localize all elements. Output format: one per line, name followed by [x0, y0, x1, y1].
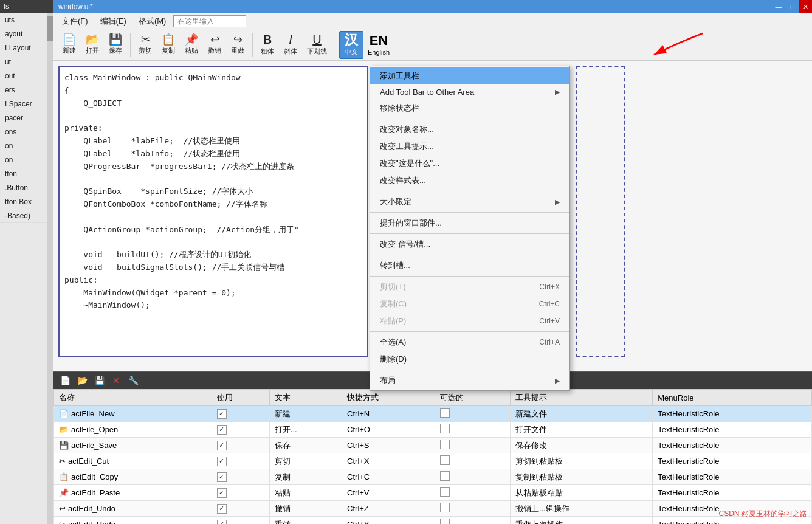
table-row[interactable]: ✂actEdit_Cut✓剪切Ctrl+X剪切到粘贴板TextHeuristic…: [54, 453, 812, 469]
menu-search-input[interactable]: [173, 15, 246, 27]
optional-checkbox[interactable]: [440, 455, 450, 465]
toolbar-lang-en-button[interactable]: EN English: [365, 31, 393, 59]
use-checkbox[interactable]: ✓: [217, 409, 227, 419]
context-menu-item[interactable]: 提升的窗口部件...: [370, 215, 569, 232]
sidebar-item[interactable]: ons: [0, 125, 53, 139]
toolbar-underline-button[interactable]: U 下划线: [303, 31, 331, 59]
actions-table-container[interactable]: 名称 使用 文本 快捷方式 可选的 工具提示 MenuRole 📄actFile…: [53, 389, 812, 524]
context-menu-item[interactable]: 移除状态栏: [370, 100, 569, 117]
table-cell-use[interactable]: ✓: [212, 517, 269, 525]
sidebar-item[interactable]: I Spacer: [0, 97, 53, 111]
sidebar-item[interactable]: -Based): [0, 209, 53, 223]
context-menu-item[interactable]: 改变样式表...: [370, 172, 569, 189]
use-checkbox[interactable]: ✓: [217, 472, 227, 482]
sidebar-item[interactable]: on: [0, 139, 53, 153]
optional-checkbox[interactable]: [440, 503, 450, 512]
toolbar-save-button[interactable]: 💾 保存: [105, 31, 126, 59]
maximize-button[interactable]: □: [785, 0, 799, 13]
close-button[interactable]: ✕: [799, 0, 812, 13]
table-cell-optional[interactable]: [435, 438, 510, 453]
table-cell-optional[interactable]: [435, 517, 510, 525]
sidebar-item[interactable]: ayout: [0, 27, 53, 41]
table-cell-optional[interactable]: [435, 406, 510, 422]
toolbar-lang-zh-button[interactable]: 汉 中文: [339, 31, 363, 59]
use-checkbox[interactable]: ✓: [217, 441, 227, 450]
sidebar-item[interactable]: uts: [0, 13, 53, 27]
bottom-btn-2[interactable]: 📂: [75, 374, 89, 387]
context-menu-item[interactable]: 转到槽...: [370, 257, 569, 274]
sidebar-item[interactable]: tton Box: [0, 195, 53, 209]
table-cell-use[interactable]: ✓: [212, 453, 269, 469]
table-cell-optional[interactable]: [435, 469, 510, 485]
toolbar-italic-button[interactable]: I 斜体: [280, 31, 301, 59]
optional-checkbox[interactable]: [440, 519, 450, 524]
table-cell-use[interactable]: ✓: [212, 485, 269, 501]
bottom-btn-1[interactable]: 📄: [58, 374, 72, 387]
toolbar-paste-button[interactable]: 📌 粘贴: [181, 31, 202, 59]
table-cell-optional[interactable]: [435, 453, 510, 469]
context-menu-item[interactable]: 添加工具栏: [370, 67, 569, 84]
toolbar-new-button[interactable]: 📄 新建: [58, 31, 80, 59]
sidebar-item[interactable]: pacer: [0, 111, 53, 125]
context-menu-item[interactable]: 改变对象名称...: [370, 121, 569, 138]
table-cell-optional[interactable]: [435, 501, 510, 517]
toolbar-copy-button[interactable]: 📋 复制: [157, 31, 179, 59]
menu-edit[interactable]: 编辑(E): [95, 14, 131, 29]
use-checkbox[interactable]: ✓: [217, 425, 227, 435]
context-menu-item[interactable]: 删除(D): [370, 351, 569, 368]
context-menu-item[interactable]: 大小限定▶: [370, 193, 569, 210]
code-editor[interactable]: class MainWindow : public QMainWindow{ Q…: [58, 66, 368, 357]
table-cell-use[interactable]: ✓: [212, 422, 269, 438]
toolbar-redo-label: 重做: [231, 46, 244, 55]
sidebar-item[interactable]: on: [0, 153, 53, 167]
context-menu-item[interactable]: 全选(A)Ctrl+A: [370, 334, 569, 351]
optional-checkbox[interactable]: [440, 471, 450, 481]
table-cell-optional[interactable]: [435, 422, 510, 438]
sidebar-item[interactable]: ers: [0, 83, 53, 97]
toolbar-cut-button[interactable]: ✂ 剪切: [134, 31, 156, 59]
table-row[interactable]: 📂actFile_Open✓打开...Ctrl+O打开文件TextHeurist…: [54, 422, 812, 438]
table-row[interactable]: ↪actEdit_Redo✓重做Ctrl+Y重做上次操作TextHeuristi…: [54, 517, 812, 525]
use-checkbox[interactable]: ✓: [217, 504, 227, 514]
optional-checkbox[interactable]: [440, 424, 450, 433]
minimize-button[interactable]: —: [772, 0, 785, 13]
table-row[interactable]: 📌actEdit_Paste✓粘贴Ctrl+V从粘贴板粘贴TextHeurist…: [54, 485, 812, 501]
table-row[interactable]: 📋actEdit_Copy✓复制Ctrl+C复制到粘贴板TextHeuristi…: [54, 469, 812, 485]
menu-format[interactable]: 格式(M): [134, 14, 171, 29]
context-menu-item[interactable]: 改变工具提示...: [370, 138, 569, 155]
bottom-btn-3[interactable]: 💾: [92, 374, 106, 387]
context-menu-item[interactable]: 改变"这是什么"...: [370, 155, 569, 172]
optional-checkbox[interactable]: [440, 440, 450, 449]
sidebar-item[interactable]: .Button: [0, 181, 53, 195]
table-cell-use[interactable]: ✓: [212, 501, 269, 517]
bottom-btn-5[interactable]: 🔧: [126, 374, 140, 387]
use-checkbox[interactable]: ✓: [217, 488, 227, 498]
context-menu-item[interactable]: 改变 信号/槽...: [370, 236, 569, 253]
use-checkbox[interactable]: ✓: [217, 457, 227, 466]
toolbar-bold-button[interactable]: B 粗体: [256, 31, 278, 59]
main-area: window.ui* — □ ✕ 文件(F) 编辑(E) 格式(M) 📄 新建 …: [53, 0, 812, 524]
sidebar-scrollbar[interactable]: [47, 13, 53, 524]
optional-checkbox[interactable]: [440, 408, 450, 418]
toolbar-open-button[interactable]: 📂 打开: [81, 31, 103, 59]
menu-file[interactable]: 文件(F): [57, 14, 93, 29]
context-menu-item[interactable]: 布局▶: [370, 372, 569, 389]
bottom-btn-4[interactable]: ✕: [109, 374, 123, 387]
table-row[interactable]: 📄actFile_New✓新建Ctrl+N新建文件TextHeuristicRo…: [54, 406, 812, 422]
toolbar-redo-button[interactable]: ↪ 重做: [227, 31, 249, 59]
sidebar-item[interactable]: ut: [0, 55, 53, 69]
sidebar-item[interactable]: out: [0, 69, 53, 83]
sidebar-scroll-thumb[interactable]: [47, 16, 53, 41]
use-checkbox[interactable]: ✓: [217, 520, 227, 524]
table-cell-use[interactable]: ✓: [212, 406, 269, 422]
table-cell-use[interactable]: ✓: [212, 438, 269, 453]
toolbar-undo-button[interactable]: ↩ 撤销: [204, 31, 225, 59]
optional-checkbox[interactable]: [440, 487, 450, 497]
table-cell-use[interactable]: ✓: [212, 469, 269, 485]
context-menu-item[interactable]: Add Tool Bar to Other Area▶: [370, 84, 569, 100]
table-row[interactable]: ↩actEdit_Undo✓撤销Ctrl+Z撤销上...辑操作TextHeuri…: [54, 501, 812, 517]
sidebar-item[interactable]: I Layout: [0, 41, 53, 55]
table-cell-optional[interactable]: [435, 485, 510, 501]
sidebar-item[interactable]: tton: [0, 167, 53, 181]
table-row[interactable]: 💾actFile_Save✓保存Ctrl+S保存修改TextHeuristicR…: [54, 438, 812, 453]
